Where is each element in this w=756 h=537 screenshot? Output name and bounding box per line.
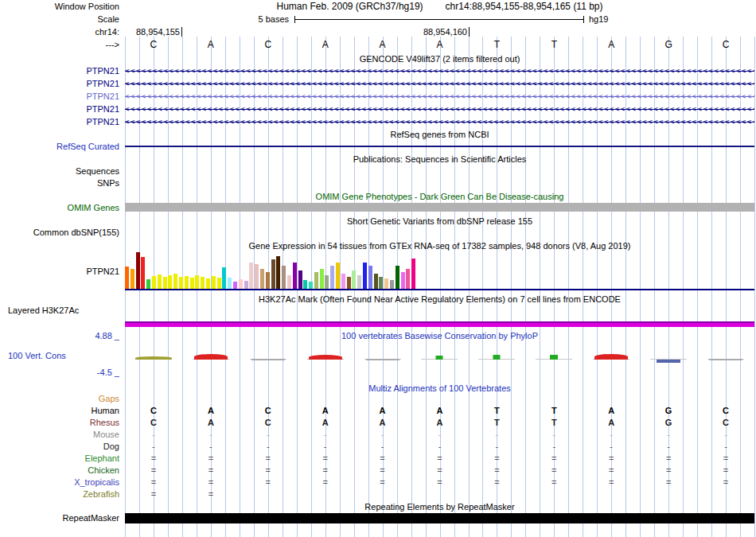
gtex-bar[interactable]: [276, 256, 280, 289]
multiz-species-row[interactable]: RhesusCACAAATTAGC: [0, 417, 756, 429]
gtex-bar[interactable]: [374, 274, 378, 289]
cons-track-label[interactable]: 100 Vert. Cons: [0, 350, 119, 362]
gtex-bar[interactable]: [266, 272, 270, 289]
sequences-label[interactable]: Sequences: [0, 165, 119, 177]
gtex-bar[interactable]: [206, 278, 210, 289]
gtex-track[interactable]: PTPN21: [0, 251, 756, 290]
cons-column[interactable]: [297, 352, 354, 366]
h3k27ac-band[interactable]: [125, 321, 754, 327]
multiz-species-row[interactable]: HumanCACAAATTAGC: [0, 405, 756, 417]
gtex-bar[interactable]: [390, 280, 394, 289]
gtex-bar[interactable]: [396, 266, 399, 289]
h3k27ac-label-row[interactable]: Layered H3K27Ac: [0, 305, 756, 317]
gtex-bar[interactable]: [411, 259, 415, 289]
gtex-bar[interactable]: [309, 282, 313, 289]
gtex-bar[interactable]: [185, 276, 189, 289]
refseq-track[interactable]: [125, 141, 754, 153]
gtex-bar[interactable]: [347, 277, 351, 289]
gtex-bar[interactable]: [158, 274, 162, 289]
track-label[interactable]: PTPN21: [0, 78, 119, 90]
multiz-species-row[interactable]: Gaps: [0, 393, 756, 405]
omim-genes-label[interactable]: OMIM Genes: [0, 202, 119, 214]
base-row[interactable]: ---> CACAAATTAGC: [0, 39, 756, 52]
cons-column[interactable]: [240, 352, 297, 366]
repeatmasker-track[interactable]: [125, 512, 754, 524]
gtex-bar[interactable]: [195, 275, 199, 289]
multiz-species-row[interactable]: Chicken===========: [0, 465, 756, 477]
gtex-bar[interactable]: [212, 276, 216, 289]
gtex-bar[interactable]: [401, 272, 405, 289]
snps-row[interactable]: SNPs: [0, 177, 756, 189]
gtex-bar[interactable]: [190, 278, 194, 289]
track-label[interactable]: Mouse: [0, 429, 119, 441]
gtex-bar[interactable]: [325, 275, 329, 289]
refseq-curated-row[interactable]: RefSeq Curated: [0, 141, 756, 153]
track-label[interactable]: Dog: [0, 441, 119, 453]
h3k27ac-label[interactable]: Layered H3K27Ac: [0, 305, 119, 317]
repeatmasker-label[interactable]: RepeatMasker: [0, 512, 119, 524]
gtex-bar[interactable]: [357, 275, 361, 289]
track-label[interactable]: Gaps: [0, 393, 119, 405]
track-label[interactable]: Zebrafish: [0, 488, 119, 500]
dbsnp-label[interactable]: Common dbSNP(155): [0, 227, 119, 239]
gtex-bar[interactable]: [131, 269, 134, 289]
gtex-bar[interactable]: [336, 263, 340, 289]
gtex-bar[interactable]: [282, 266, 286, 289]
gencode-arrow-line[interactable]: <<<<<<<<<<<<<<<<<<<<<<<<<<<<<<<<<<<<<<<<…: [125, 91, 754, 103]
gtex-bar[interactable]: [384, 278, 388, 289]
cons-column[interactable]: [182, 352, 240, 366]
track-label[interactable]: PTPN21: [0, 103, 119, 115]
gtex-bar[interactable]: [287, 275, 291, 289]
track-label[interactable]: Chicken: [0, 465, 119, 477]
repeatmasker-row[interactable]: RepeatMasker: [0, 512, 756, 524]
gencode-arrow-line[interactable]: <<<<<<<<<<<<<<<<<<<<<<<<<<<<<<<<<<<<<<<<…: [125, 65, 754, 77]
gencode-arrow-line[interactable]: <<<<<<<<<<<<<<<<<<<<<<<<<<<<<<<<<<<<<<<<…: [125, 78, 754, 90]
omim-genes-row[interactable]: OMIM Genes: [0, 202, 756, 214]
gtex-bar[interactable]: [168, 275, 172, 289]
multiz-species-row[interactable]: Dog-----------: [0, 441, 756, 453]
gencode-transcript-row[interactable]: PTPN21<<<<<<<<<<<<<<<<<<<<<<<<<<<<<<<<<<…: [0, 78, 756, 90]
track-label[interactable]: PTPN21: [0, 116, 119, 128]
track-label[interactable]: PTPN21: [0, 65, 119, 77]
gtex-bar[interactable]: [255, 264, 259, 289]
cons-column[interactable]: [411, 352, 469, 366]
gtex-bar[interactable]: [352, 270, 356, 289]
gencode-arrow-line[interactable]: <<<<<<<<<<<<<<<<<<<<<<<<<<<<<<<<<<<<<<<<…: [125, 103, 754, 115]
track-label[interactable]: Elephant: [0, 453, 119, 465]
cons-column[interactable]: [354, 352, 411, 366]
gtex-bar[interactable]: [217, 278, 221, 289]
gtex-bar[interactable]: [233, 282, 237, 289]
gtex-bar[interactable]: [222, 267, 226, 289]
gtex-bar[interactable]: [228, 278, 232, 289]
gtex-bar[interactable]: [239, 279, 243, 289]
track-label[interactable]: Rhesus: [0, 417, 119, 429]
gencode-arrow-line[interactable]: <<<<<<<<<<<<<<<<<<<<<<<<<<<<<<<<<<<<<<<<…: [125, 116, 754, 128]
gencode-transcript-row[interactable]: PTPN21<<<<<<<<<<<<<<<<<<<<<<<<<<<<<<<<<<…: [0, 65, 756, 77]
multiz-species-row[interactable]: Mouse-----------: [0, 429, 756, 441]
gtex-bar[interactable]: [368, 266, 372, 289]
gtex-bar[interactable]: [152, 276, 156, 289]
track-label[interactable]: X_tropicalis: [0, 477, 119, 488]
multiz-species-row[interactable]: Elephant===========: [0, 453, 756, 465]
gtex-bar[interactable]: [406, 269, 410, 289]
gtex-bar[interactable]: [173, 274, 177, 289]
cons-column[interactable]: [583, 352, 640, 366]
gtex-bar[interactable]: [141, 257, 145, 289]
dbsnp-row[interactable]: Common dbSNP(155): [0, 227, 756, 239]
gtex-bar[interactable]: [249, 263, 253, 289]
gtex-bar[interactable]: [136, 252, 140, 289]
gencode-transcript-row[interactable]: PTPN21<<<<<<<<<<<<<<<<<<<<<<<<<<<<<<<<<<…: [0, 103, 756, 115]
sequences-row[interactable]: Sequences: [0, 165, 756, 177]
gtex-bar[interactable]: [314, 272, 318, 289]
cons-marks[interactable]: [125, 352, 754, 366]
gtex-bar[interactable]: [330, 266, 334, 289]
gtex-bar[interactable]: [303, 280, 307, 289]
gtex-bar[interactable]: [179, 277, 183, 289]
multiz-species-row[interactable]: X_tropicalis===========: [0, 477, 756, 488]
gtex-bar[interactable]: [201, 277, 205, 289]
cons-column[interactable]: [640, 352, 697, 366]
snps-label[interactable]: SNPs: [0, 177, 119, 189]
gtex-bar[interactable]: [125, 267, 129, 289]
gtex-bar[interactable]: [260, 269, 264, 289]
gtex-bar[interactable]: [293, 263, 297, 289]
